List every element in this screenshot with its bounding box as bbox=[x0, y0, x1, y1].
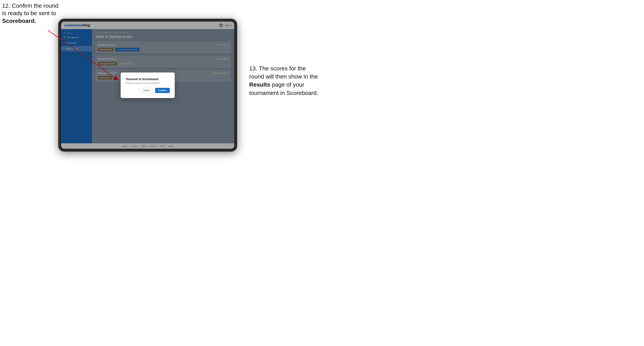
cancel-button[interactable]: Cancel bbox=[140, 88, 153, 93]
modal-subtitle: Ready to send this round to Scoreboard? bbox=[126, 82, 170, 84]
annotation-line1: 12. Confirm the round bbox=[2, 2, 58, 9]
annotation-top-left: 12. Confirm the round is ready to be sen… bbox=[2, 2, 58, 25]
confirm-button[interactable]: Confirm bbox=[155, 88, 170, 93]
annotation-line3: Scoreboard. bbox=[2, 18, 36, 24]
tablet-device: LeaderboardKing Sign In MAIN MENU 🏆 Tour… bbox=[58, 19, 237, 152]
modal-overlay: Transmit to Scoreboard Ready to send thi… bbox=[61, 22, 234, 149]
annotation-right: 13. The scores for the round will then s… bbox=[249, 64, 320, 97]
modal-box: Transmit to Scoreboard Ready to send thi… bbox=[121, 72, 175, 98]
tablet-screen: LeaderboardKing Sign In MAIN MENU 🏆 Tour… bbox=[61, 22, 234, 149]
annotation-right-text: 13. The scores for the round will then s… bbox=[249, 65, 318, 96]
modal-title: Transmit to Scoreboard bbox=[126, 77, 170, 81]
modal-buttons: Cancel Confirm bbox=[126, 88, 170, 93]
annotation-line2: is ready to be sent to bbox=[2, 10, 56, 16]
